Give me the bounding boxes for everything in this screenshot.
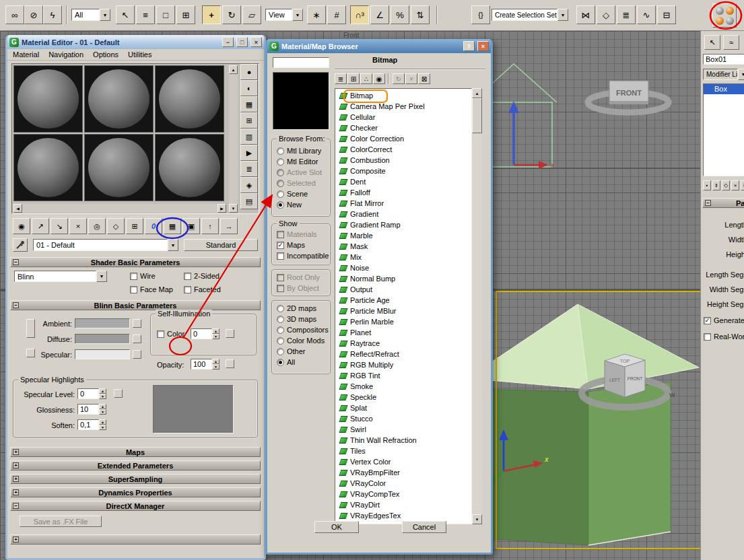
reference-coordinate-dropdown[interactable]: View▼ [265, 9, 303, 21]
filter-2d-maps-radio[interactable]: 2D maps [277, 304, 316, 312]
map-list-item[interactable]: Camera Map Per Pixel [335, 101, 471, 112]
rollout-bar[interactable]: + [10, 534, 261, 545]
checkbox-icon[interactable] [130, 286, 137, 293]
mirror-button[interactable]: ⋈ [576, 5, 595, 24]
checkbox-icon[interactable] [130, 273, 137, 280]
rollout-parameters[interactable]: −Parameters [702, 198, 744, 208]
spin-down-icon[interactable]: ▼ [99, 394, 106, 399]
map-list-item[interactable]: Dent [335, 176, 471, 187]
material-type-button[interactable]: Standard [184, 239, 258, 251]
named-selection-set-combo[interactable]: Create Selection Set▼ [492, 9, 568, 21]
radio-icon[interactable] [277, 147, 284, 155]
checkbox-icon[interactable] [157, 330, 164, 338]
material-sample-slot[interactable] [13, 134, 83, 201]
specular-map-button[interactable] [133, 350, 141, 359]
cancel-button[interactable]: Cancel [402, 521, 446, 533]
spin-up-icon[interactable]: ▲ [212, 328, 219, 334]
expand-icon[interactable]: + [13, 449, 19, 455]
rollout-blinn-basic-parameters[interactable]: −Blinn Basic Parameters [10, 300, 261, 310]
checkbox-icon[interactable] [277, 252, 284, 260]
rollout-dynamics-properties[interactable]: +Dynamics Properties [10, 487, 261, 497]
ambient-color-swatch[interactable] [75, 318, 130, 328]
map-list-item[interactable]: Particle Age [335, 295, 471, 306]
unlink-selection-button[interactable]: ⊘ [24, 5, 43, 24]
show-map-in-viewport-button[interactable]: ▦ [164, 218, 181, 234]
spinner-snap-button[interactable]: ⇅ [411, 5, 430, 24]
map-list-item[interactable]: Tiles [335, 446, 471, 456]
clear-library-button[interactable]: ⊠ [418, 73, 430, 84]
spin-up-icon[interactable]: ▲ [99, 404, 106, 409]
viewport-label-front[interactable]: Front [343, 32, 359, 39]
background-button[interactable]: ▦ [240, 96, 258, 112]
align-button[interactable]: ◇ [597, 5, 615, 24]
generate-mapping-coords-checkbox[interactable]: ✓Generate Mapping Coords. [704, 316, 744, 324]
glossiness-spinner[interactable]: 10▲▼ [77, 404, 106, 415]
modifier-list-dropdown[interactable]: Modifier List▼ [703, 69, 744, 80]
radio-icon[interactable] [277, 316, 284, 323]
map-list-item[interactable]: Mask [335, 241, 471, 252]
map-list-item[interactable]: Output [335, 284, 471, 295]
selection-filter-dropdown[interactable]: All▼ [71, 9, 110, 21]
bind-to-space-warp-button[interactable]: ϟ [43, 5, 62, 24]
backlight-button[interactable]: ◐ [240, 80, 258, 96]
pin-stack-button[interactable]: ▪ [703, 180, 711, 190]
keyboard-shortcut-override-button[interactable]: # [327, 5, 346, 24]
spin-up-icon[interactable]: ▲ [99, 388, 106, 394]
map-list[interactable]: BitmapCamera Map Per PixelCellularChecke… [335, 88, 472, 524]
collapse-icon[interactable]: − [13, 259, 19, 265]
menu-item[interactable]: Navigation [48, 50, 83, 59]
video-color-check-button[interactable]: ▥ [240, 129, 258, 145]
rollout-supersampling[interactable]: +SuperSampling [10, 474, 261, 484]
checkbox-icon[interactable] [277, 285, 284, 292]
make-unique-button[interactable]: ◇ [722, 180, 730, 190]
checkbox-icon[interactable] [277, 274, 284, 281]
reset-map-button[interactable]: × [69, 218, 87, 234]
sample-uv-tiling-button[interactable]: ⊞ [240, 112, 258, 129]
show-end-result-button[interactable]: ‖ [712, 180, 720, 190]
checkbox-icon[interactable] [184, 286, 191, 293]
map-list-item[interactable]: Reflect/Refract [335, 349, 471, 359]
map-list-item[interactable]: Checker [335, 123, 471, 133]
map-list-item[interactable]: Vertex Color [335, 456, 471, 467]
map-list-scrollbar[interactable]: ▲ ▼ [472, 88, 482, 524]
close-button[interactable]: × [250, 37, 262, 47]
material-sample-slot[interactable] [155, 65, 224, 133]
map-list-item[interactable]: Gradient [335, 209, 471, 219]
specular-level-map-button[interactable] [114, 389, 123, 398]
assign-material-to-selection-button[interactable]: ↘ [50, 218, 68, 234]
radio-icon[interactable] [277, 337, 284, 345]
opacity-map-button[interactable] [226, 359, 234, 368]
show-incompatible-checkbox[interactable]: Incompatible [277, 252, 329, 260]
map-list-item[interactable]: Swirl [335, 424, 471, 435]
specular-color-swatch[interactable] [75, 349, 130, 359]
collapse-icon[interactable]: − [13, 503, 19, 509]
checkbox-icon[interactable] [184, 273, 191, 280]
material-map-navigator-button[interactable]: ▤ [240, 193, 258, 209]
checkbox-icon[interactable]: ✓ [277, 242, 284, 249]
show-maps-checkbox[interactable]: ✓Maps [277, 241, 305, 249]
update-scene-materials-button[interactable]: ↻ [393, 73, 405, 84]
curve-editor-button[interactable]: ∿ [637, 5, 656, 24]
scroll-down-icon[interactable]: ▼ [229, 204, 238, 213]
browse-from-active-slot-radio[interactable]: Active Slot [277, 168, 322, 176]
scroll-right-icon[interactable]: ▶ [217, 204, 226, 213]
go-to-parent-button[interactable]: ↑ [201, 218, 219, 234]
map-list-item[interactable]: Combustion [335, 155, 471, 166]
filter-compositors-radio[interactable]: Compositors [277, 326, 329, 334]
material-editor-titlebar[interactable]: G Material Editor - 01 - Default − □ × [7, 35, 264, 49]
spin-down-icon[interactable]: ▼ [99, 425, 106, 430]
browse-from-mtl-editor-radio[interactable]: Mtl Editor [277, 158, 318, 166]
radio-icon[interactable] [277, 190, 284, 198]
opacity-spinner[interactable]: 100▲▼ [191, 359, 219, 370]
menu-item[interactable]: Utilities [128, 50, 151, 59]
name-filter-input[interactable] [273, 57, 329, 68]
map-list-item[interactable]: Color Correction [335, 133, 471, 144]
face-map-checkbox[interactable]: Face Map [130, 285, 173, 293]
show-end-result-button[interactable]: ▣ [182, 218, 200, 234]
rollout-maps[interactable]: +Maps [10, 447, 261, 457]
chevron-down-icon[interactable]: ▼ [96, 271, 107, 282]
material-sample-slot[interactable] [155, 134, 224, 201]
browse-from-selected-radio[interactable]: Selected [277, 179, 316, 187]
modifier-stack-item[interactable]: Box [704, 84, 744, 94]
object-name-field[interactable]: Box01 [703, 54, 744, 65]
